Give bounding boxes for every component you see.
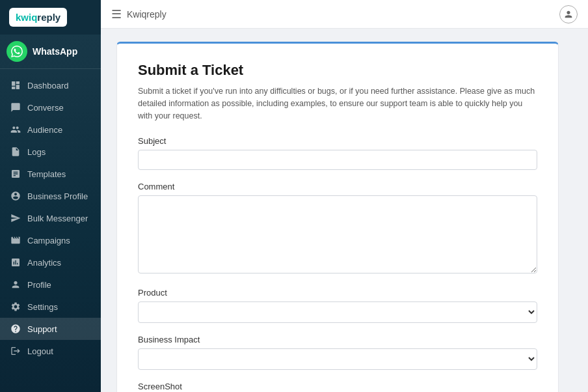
sidebar-item-templates[interactable]: Templates	[0, 163, 101, 185]
topbar: ☰ Kwiqreply	[101, 0, 588, 29]
product-group: Product	[138, 288, 537, 323]
sidebar-nav: Dashboard Converse Audience Logs Templat…	[0, 69, 101, 392]
whatsapp-label: WhatsApp	[33, 46, 77, 57]
logo-area: kwiqreply	[0, 0, 101, 35]
sidebar-item-business-profile[interactable]: Business Profile	[0, 185, 101, 207]
sidebar-item-logs[interactable]: Logs	[0, 141, 101, 163]
comment-label: Comment	[138, 182, 537, 191]
sidebar-item-bulk-messenger[interactable]: Bulk Messenger	[0, 207, 101, 229]
form-description: Submit a ticket if you've run into any d…	[138, 85, 537, 122]
screenshot-group: ScreenShot Choose file No file chosen	[138, 382, 537, 392]
menu-icon[interactable]: ☰	[111, 7, 122, 21]
whatsapp-icon	[7, 41, 27, 62]
sidebar: kwiqreply WhatsApp Dashboard Converse Au…	[0, 0, 101, 392]
comment-group: Comment	[138, 182, 537, 276]
sidebar-item-analytics[interactable]: Analytics	[0, 251, 101, 273]
business-impact-group: Business Impact	[138, 335, 537, 370]
sidebar-item-support[interactable]: Support	[0, 318, 101, 340]
product-select[interactable]	[138, 301, 537, 323]
topbar-title: Kwiqreply	[127, 9, 167, 20]
screenshot-label: ScreenShot	[138, 382, 537, 391]
subject-group: Subject	[138, 136, 537, 170]
sidebar-item-campaigns[interactable]: Campaigns	[0, 229, 101, 251]
user-icon[interactable]	[559, 5, 578, 23]
logo: kwiqreply	[9, 8, 67, 27]
form-title: Submit a Ticket	[138, 62, 537, 79]
business-impact-select[interactable]	[138, 348, 537, 370]
content: Submit a Ticket Submit a ticket if you'v…	[101, 29, 588, 392]
sidebar-item-settings[interactable]: Settings	[0, 296, 101, 318]
whatsapp-section[interactable]: WhatsApp	[0, 35, 101, 69]
ticket-form-card: Submit a Ticket Submit a ticket if you'v…	[116, 42, 559, 392]
business-impact-label: Business Impact	[138, 335, 537, 344]
comment-textarea[interactable]	[138, 195, 537, 273]
logo-text: kwiqreply	[16, 12, 60, 23]
sidebar-item-dashboard[interactable]: Dashboard	[0, 74, 101, 96]
subject-label: Subject	[138, 136, 537, 146]
product-label: Product	[138, 288, 537, 298]
sidebar-item-profile[interactable]: Profile	[0, 273, 101, 296]
subject-input[interactable]	[138, 150, 537, 170]
sidebar-item-logout[interactable]: Logout	[0, 340, 101, 362]
sidebar-item-audience[interactable]: Audience	[0, 119, 101, 141]
main-area: ☰ Kwiqreply Submit a Ticket Submit a tic…	[101, 0, 588, 392]
sidebar-item-converse[interactable]: Converse	[0, 96, 101, 119]
